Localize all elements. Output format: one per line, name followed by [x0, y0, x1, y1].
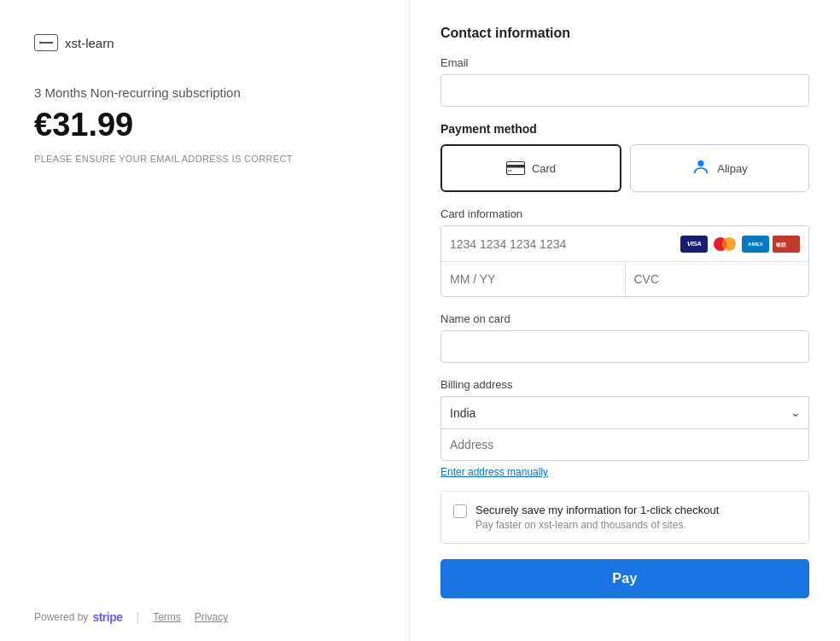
card-info-label: Card information: [440, 207, 809, 220]
save-main-text: Securely save my information for 1-click…: [475, 504, 719, 516]
email-input[interactable]: [440, 74, 809, 107]
card-payment-icon: [506, 161, 525, 175]
alipay-tab-label: Alipay: [717, 162, 747, 175]
payment-method-tabs: Card Alipay: [440, 144, 809, 192]
svg-rect-0: [506, 162, 524, 175]
card-bottom-row: [441, 262, 808, 296]
name-on-card-group: Name on card: [440, 312, 809, 363]
unionpay-logo: 银联: [773, 236, 800, 253]
email-label: Email: [440, 56, 809, 69]
subscription-title: 3 Months Non-recurring subscription: [34, 85, 375, 100]
address-input[interactable]: [440, 428, 809, 461]
terms-link[interactable]: Terms: [153, 611, 181, 623]
amex-logo: AMEX: [742, 236, 769, 253]
pay-button[interactable]: Pay: [440, 559, 809, 598]
email-field-group: Email: [440, 56, 809, 107]
left-footer: Powered by stripe | Terms Privacy: [34, 593, 375, 624]
country-select[interactable]: India United States United Kingdom Germa…: [440, 396, 809, 428]
expiry-input[interactable]: [441, 262, 626, 296]
save-info-checkbox[interactable]: [453, 504, 467, 518]
privacy-link[interactable]: Privacy: [195, 611, 228, 623]
payment-method-title: Payment method: [440, 122, 809, 136]
enter-address-link[interactable]: Enter address manually: [440, 466, 548, 478]
save-info-text: Securely save my information for 1-click…: [475, 504, 719, 531]
email-notice: PLEASE ENSURE YOUR EMAIL ADDRESS IS CORR…: [34, 154, 375, 164]
svg-rect-1: [506, 165, 525, 168]
card-number-row: VISA AMEX 银联: [441, 226, 808, 262]
card-number-input[interactable]: [450, 237, 680, 251]
svg-text:银联: 银联: [775, 242, 787, 248]
left-panel: xst-learn 3 Months Non-recurring subscri…: [0, 0, 410, 641]
right-panel: Contact information Email Payment method…: [410, 0, 840, 641]
card-logos: VISA AMEX 银联: [680, 236, 800, 253]
contact-section-title: Contact information: [440, 26, 809, 41]
alipay-icon: [691, 157, 710, 180]
price: €31.99: [34, 107, 375, 143]
card-tab-label: Card: [532, 162, 556, 175]
footer-divider: |: [137, 610, 140, 624]
save-sub-text: Pay faster on xst-learn and thousands of…: [475, 519, 719, 531]
logo-text: xst-learn: [65, 36, 114, 50]
billing-address-section: Billing address India United States Unit…: [440, 378, 809, 479]
card-info-box: VISA AMEX 银联: [440, 225, 809, 297]
billing-label: Billing address: [440, 378, 809, 391]
mastercard-logo: [711, 236, 738, 253]
cvc-input[interactable]: [626, 262, 809, 296]
powered-by: Powered by stripe: [34, 610, 123, 624]
payment-tab-card[interactable]: Card: [440, 144, 621, 192]
name-on-card-input[interactable]: [440, 330, 809, 363]
name-on-card-label: Name on card: [440, 312, 809, 325]
powered-by-text: Powered by: [34, 611, 88, 623]
save-info-row: Securely save my information for 1-click…: [440, 491, 809, 544]
visa-logo: VISA: [680, 236, 708, 253]
logo-icon: [34, 34, 58, 51]
svg-point-3: [698, 160, 704, 166]
country-wrapper: India United States United Kingdom Germa…: [440, 396, 809, 428]
payment-tab-alipay[interactable]: Alipay: [630, 144, 809, 192]
svg-rect-2: [508, 170, 512, 172]
logo-inner-line: [39, 42, 53, 44]
logo-area: xst-learn: [34, 34, 375, 51]
card-info-group: Card information VISA AMEX: [440, 207, 809, 297]
stripe-logo: stripe: [92, 610, 122, 624]
